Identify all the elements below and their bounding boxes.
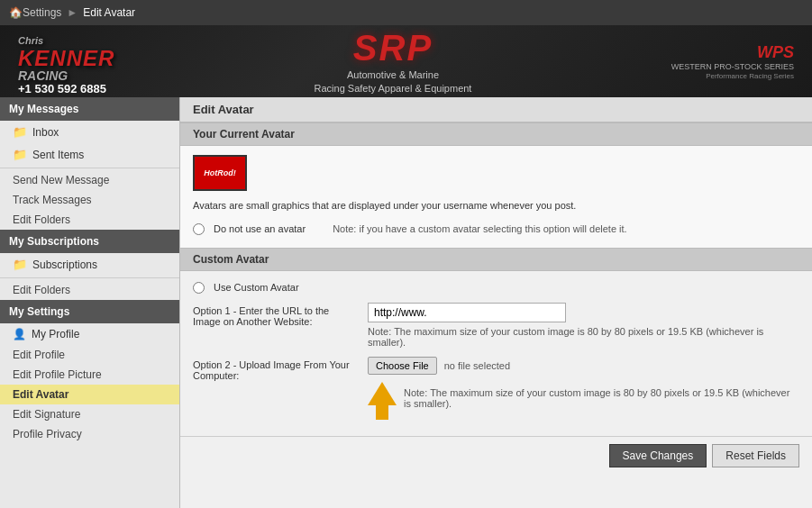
sidebar-section-messages: My Messages — [0, 97, 179, 121]
option2-row: Option 2 - Upload Image From Your Comput… — [193, 357, 799, 420]
divider-1 — [0, 168, 179, 168]
folder-icon-subs: 📁 — [13, 258, 27, 271]
section-title-custom-avatar: Custom Avatar — [180, 248, 812, 271]
option1-input-area: Note: The maximum size of your custom im… — [368, 303, 799, 348]
banner-center: SRP Automotive & MarineRacing Safety App… — [315, 28, 472, 95]
sidebar-item-send-new[interactable]: Send New Message — [0, 170, 179, 190]
sidebar-item-edit-profile-picture[interactable]: Edit Profile Picture — [0, 365, 179, 385]
use-custom-row: Use Custom Avatar — [193, 282, 799, 294]
arrow-stem — [376, 405, 388, 420]
option2-input-area: Choose File no file selected Note: The m… — [368, 357, 799, 420]
arrow-visual — [368, 382, 397, 420]
person-icon: 👤 — [13, 328, 26, 340]
option2-label: Option 2 - Upload Image From Your Comput… — [193, 357, 355, 381]
avatar-description: Avatars are small graphics that are disp… — [193, 200, 799, 211]
bottom-buttons: Save Changes Reset Fields — [180, 436, 812, 475]
current-avatar-image: HotRod! — [193, 155, 247, 191]
breadcrumb-settings[interactable]: Settings — [23, 6, 61, 19]
sidebar-item-edit-folders-msg[interactable]: Edit Folders — [0, 210, 179, 230]
sidebar-item-edit-profile[interactable]: Edit Profile — [0, 345, 179, 365]
section-body-current-avatar: HotRod! Avatars are small graphics that … — [180, 146, 812, 248]
option1-note: Note: The maximum size of your custom im… — [368, 326, 764, 348]
sidebar-section-settings: My Settings — [0, 300, 179, 323]
no-avatar-label[interactable]: Do not use an avatar — [214, 223, 306, 234]
sidebar-item-inbox-label: Inbox — [32, 126, 59, 139]
folder-icon: 📁 — [13, 125, 27, 139]
sidebar-item-inbox[interactable]: 📁 Inbox — [0, 121, 179, 143]
no-avatar-radio[interactable] — [193, 223, 205, 235]
sidebar-item-edit-folders-sub[interactable]: Edit Folders — [0, 280, 179, 300]
sidebar-item-subscriptions-label: Subscriptions — [32, 259, 97, 271]
file-upload-row: Choose File no file selected — [368, 357, 799, 375]
sidebar: My Messages 📁 Inbox 📁 Sent Items Send Ne… — [0, 97, 180, 508]
sidebar-item-track[interactable]: Track Messages — [0, 190, 179, 210]
sidebar-item-subscriptions[interactable]: 📁 Subscriptions — [0, 253, 179, 276]
banner: Chris KENNER RACING +1 530 592 6885 SRP … — [0, 25, 812, 97]
option2-note: Note: The maximum size of your custom im… — [404, 387, 799, 409]
avatar-current-container: HotRod! Avatars are small graphics that … — [193, 155, 799, 239]
sidebar-item-edit-signature[interactable]: Edit Signature — [0, 404, 179, 424]
arrow-annotation: Note: The maximum size of your custom im… — [368, 380, 799, 420]
sidebar-item-profile-privacy[interactable]: Profile Privacy — [0, 424, 179, 444]
section-title-current-avatar: Your Current Avatar — [180, 122, 812, 146]
no-file-text: no file selected — [444, 360, 510, 371]
breadcrumb-separator: ► — [67, 6, 78, 19]
use-custom-radio[interactable] — [193, 282, 205, 294]
sidebar-item-my-profile-label: My Profile — [32, 328, 79, 340]
breadcrumb-current: Edit Avatar — [83, 6, 135, 19]
use-custom-label[interactable]: Use Custom Avatar — [214, 282, 299, 293]
banner-right: WPS WESTERN PRO-STOCK SERIESPerformance … — [671, 43, 794, 80]
url-input[interactable] — [368, 303, 566, 322]
choose-file-button[interactable]: Choose File — [368, 357, 437, 375]
home-icon: 🏠 — [9, 6, 23, 19]
main-container: My Messages 📁 Inbox 📁 Sent Items Send Ne… — [0, 97, 812, 508]
sidebar-item-edit-avatar[interactable]: Edit Avatar — [0, 385, 179, 404]
divider-2 — [0, 277, 179, 278]
reset-fields-button[interactable]: Reset Fields — [712, 444, 799, 467]
sidebar-item-sent-label: Sent Items — [32, 149, 84, 161]
save-changes-button[interactable]: Save Changes — [609, 444, 707, 467]
folder-icon-sent: 📁 — [13, 148, 27, 161]
banner-left: Chris KENNER RACING +1 530 592 6885 — [18, 28, 114, 95]
arrow-head — [368, 382, 397, 405]
no-avatar-note: Note: if you have a custom avatar select… — [333, 223, 627, 234]
sidebar-item-my-profile[interactable]: 👤 My Profile — [0, 323, 179, 345]
no-avatar-row: Do not use an avatar Note: if you have a… — [193, 223, 799, 235]
sidebar-section-subscriptions: My Subscriptions — [0, 230, 179, 253]
sidebar-item-sent[interactable]: 📁 Sent Items — [0, 143, 179, 166]
option1-row: Option 1 - Enter the URL to the Image on… — [193, 303, 799, 348]
option1-label: Option 1 - Enter the URL to the Image on… — [193, 303, 355, 327]
custom-avatar-section: Use Custom Avatar Option 1 - Enter the U… — [180, 271, 812, 436]
content-header: Edit Avatar — [180, 97, 812, 122]
content-area: Edit Avatar Your Current Avatar HotRod! … — [180, 97, 812, 508]
top-nav: 🏠 Settings ► Edit Avatar — [0, 0, 812, 25]
kenner-logo: Chris KENNER RACING +1 530 592 6885 — [18, 28, 114, 95]
